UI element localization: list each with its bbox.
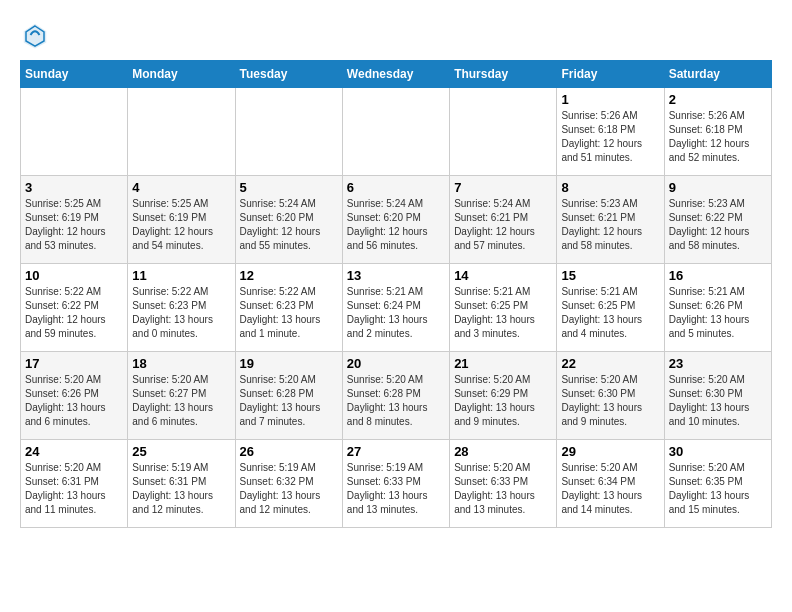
day-number: 5: [240, 180, 338, 195]
day-number: 29: [561, 444, 659, 459]
weekday-header-monday: Monday: [128, 61, 235, 88]
day-info: Sunrise: 5:21 AM Sunset: 6:25 PM Dayligh…: [561, 285, 659, 341]
day-number: 4: [132, 180, 230, 195]
day-number: 30: [669, 444, 767, 459]
day-info: Sunrise: 5:21 AM Sunset: 6:25 PM Dayligh…: [454, 285, 552, 341]
weekday-header-wednesday: Wednesday: [342, 61, 449, 88]
calendar-cell: [450, 88, 557, 176]
logo: [20, 20, 52, 50]
day-info: Sunrise: 5:26 AM Sunset: 6:18 PM Dayligh…: [669, 109, 767, 165]
day-number: 7: [454, 180, 552, 195]
calendar-cell: 25Sunrise: 5:19 AM Sunset: 6:31 PM Dayli…: [128, 440, 235, 528]
day-info: Sunrise: 5:20 AM Sunset: 6:34 PM Dayligh…: [561, 461, 659, 517]
day-info: Sunrise: 5:24 AM Sunset: 6:20 PM Dayligh…: [240, 197, 338, 253]
calendar-cell: 5Sunrise: 5:24 AM Sunset: 6:20 PM Daylig…: [235, 176, 342, 264]
calendar-cell: 1Sunrise: 5:26 AM Sunset: 6:18 PM Daylig…: [557, 88, 664, 176]
day-info: Sunrise: 5:20 AM Sunset: 6:35 PM Dayligh…: [669, 461, 767, 517]
calendar-cell: [342, 88, 449, 176]
calendar-cell: 3Sunrise: 5:25 AM Sunset: 6:19 PM Daylig…: [21, 176, 128, 264]
calendar-week-4: 17Sunrise: 5:20 AM Sunset: 6:26 PM Dayli…: [21, 352, 772, 440]
calendar-week-2: 3Sunrise: 5:25 AM Sunset: 6:19 PM Daylig…: [21, 176, 772, 264]
day-info: Sunrise: 5:20 AM Sunset: 6:28 PM Dayligh…: [347, 373, 445, 429]
calendar-cell: 16Sunrise: 5:21 AM Sunset: 6:26 PM Dayli…: [664, 264, 771, 352]
day-number: 13: [347, 268, 445, 283]
calendar-cell: 14Sunrise: 5:21 AM Sunset: 6:25 PM Dayli…: [450, 264, 557, 352]
day-number: 3: [25, 180, 123, 195]
calendar-cell: 29Sunrise: 5:20 AM Sunset: 6:34 PM Dayli…: [557, 440, 664, 528]
day-info: Sunrise: 5:20 AM Sunset: 6:29 PM Dayligh…: [454, 373, 552, 429]
calendar-cell: 11Sunrise: 5:22 AM Sunset: 6:23 PM Dayli…: [128, 264, 235, 352]
day-info: Sunrise: 5:25 AM Sunset: 6:19 PM Dayligh…: [132, 197, 230, 253]
day-number: 10: [25, 268, 123, 283]
day-info: Sunrise: 5:23 AM Sunset: 6:21 PM Dayligh…: [561, 197, 659, 253]
calendar-cell: 13Sunrise: 5:21 AM Sunset: 6:24 PM Dayli…: [342, 264, 449, 352]
svg-marker-0: [24, 24, 47, 49]
day-number: 25: [132, 444, 230, 459]
calendar-cell: 20Sunrise: 5:20 AM Sunset: 6:28 PM Dayli…: [342, 352, 449, 440]
day-info: Sunrise: 5:24 AM Sunset: 6:21 PM Dayligh…: [454, 197, 552, 253]
day-info: Sunrise: 5:24 AM Sunset: 6:20 PM Dayligh…: [347, 197, 445, 253]
day-number: 11: [132, 268, 230, 283]
day-number: 20: [347, 356, 445, 371]
day-info: Sunrise: 5:19 AM Sunset: 6:33 PM Dayligh…: [347, 461, 445, 517]
day-number: 22: [561, 356, 659, 371]
weekday-header-friday: Friday: [557, 61, 664, 88]
calendar-cell: 26Sunrise: 5:19 AM Sunset: 6:32 PM Dayli…: [235, 440, 342, 528]
page-header: [20, 20, 772, 50]
day-number: 15: [561, 268, 659, 283]
calendar-cell: 28Sunrise: 5:20 AM Sunset: 6:33 PM Dayli…: [450, 440, 557, 528]
day-info: Sunrise: 5:25 AM Sunset: 6:19 PM Dayligh…: [25, 197, 123, 253]
calendar-cell: [235, 88, 342, 176]
calendar-cell: [21, 88, 128, 176]
day-info: Sunrise: 5:23 AM Sunset: 6:22 PM Dayligh…: [669, 197, 767, 253]
day-number: 19: [240, 356, 338, 371]
day-info: Sunrise: 5:20 AM Sunset: 6:33 PM Dayligh…: [454, 461, 552, 517]
day-number: 27: [347, 444, 445, 459]
day-info: Sunrise: 5:22 AM Sunset: 6:22 PM Dayligh…: [25, 285, 123, 341]
calendar-cell: 23Sunrise: 5:20 AM Sunset: 6:30 PM Dayli…: [664, 352, 771, 440]
calendar-cell: 12Sunrise: 5:22 AM Sunset: 6:23 PM Dayli…: [235, 264, 342, 352]
day-number: 12: [240, 268, 338, 283]
day-info: Sunrise: 5:20 AM Sunset: 6:27 PM Dayligh…: [132, 373, 230, 429]
calendar-cell: 22Sunrise: 5:20 AM Sunset: 6:30 PM Dayli…: [557, 352, 664, 440]
day-info: Sunrise: 5:20 AM Sunset: 6:26 PM Dayligh…: [25, 373, 123, 429]
calendar-week-5: 24Sunrise: 5:20 AM Sunset: 6:31 PM Dayli…: [21, 440, 772, 528]
calendar-cell: 15Sunrise: 5:21 AM Sunset: 6:25 PM Dayli…: [557, 264, 664, 352]
calendar-cell: 30Sunrise: 5:20 AM Sunset: 6:35 PM Dayli…: [664, 440, 771, 528]
weekday-header-sunday: Sunday: [21, 61, 128, 88]
day-info: Sunrise: 5:26 AM Sunset: 6:18 PM Dayligh…: [561, 109, 659, 165]
day-number: 9: [669, 180, 767, 195]
day-info: Sunrise: 5:20 AM Sunset: 6:30 PM Dayligh…: [561, 373, 659, 429]
day-number: 24: [25, 444, 123, 459]
calendar-cell: 17Sunrise: 5:20 AM Sunset: 6:26 PM Dayli…: [21, 352, 128, 440]
day-number: 23: [669, 356, 767, 371]
day-info: Sunrise: 5:20 AM Sunset: 6:28 PM Dayligh…: [240, 373, 338, 429]
day-number: 8: [561, 180, 659, 195]
day-number: 28: [454, 444, 552, 459]
calendar-cell: 8Sunrise: 5:23 AM Sunset: 6:21 PM Daylig…: [557, 176, 664, 264]
calendar-cell: 21Sunrise: 5:20 AM Sunset: 6:29 PM Dayli…: [450, 352, 557, 440]
logo-icon: [20, 20, 50, 50]
day-number: 14: [454, 268, 552, 283]
calendar-cell: 6Sunrise: 5:24 AM Sunset: 6:20 PM Daylig…: [342, 176, 449, 264]
day-info: Sunrise: 5:19 AM Sunset: 6:32 PM Dayligh…: [240, 461, 338, 517]
day-info: Sunrise: 5:21 AM Sunset: 6:24 PM Dayligh…: [347, 285, 445, 341]
calendar-week-1: 1Sunrise: 5:26 AM Sunset: 6:18 PM Daylig…: [21, 88, 772, 176]
weekday-header-row: SundayMondayTuesdayWednesdayThursdayFrid…: [21, 61, 772, 88]
calendar-cell: 4Sunrise: 5:25 AM Sunset: 6:19 PM Daylig…: [128, 176, 235, 264]
day-info: Sunrise: 5:20 AM Sunset: 6:30 PM Dayligh…: [669, 373, 767, 429]
calendar-cell: 7Sunrise: 5:24 AM Sunset: 6:21 PM Daylig…: [450, 176, 557, 264]
calendar-cell: 10Sunrise: 5:22 AM Sunset: 6:22 PM Dayli…: [21, 264, 128, 352]
day-info: Sunrise: 5:21 AM Sunset: 6:26 PM Dayligh…: [669, 285, 767, 341]
day-number: 21: [454, 356, 552, 371]
day-number: 18: [132, 356, 230, 371]
day-info: Sunrise: 5:19 AM Sunset: 6:31 PM Dayligh…: [132, 461, 230, 517]
day-number: 17: [25, 356, 123, 371]
day-info: Sunrise: 5:22 AM Sunset: 6:23 PM Dayligh…: [132, 285, 230, 341]
calendar-cell: 24Sunrise: 5:20 AM Sunset: 6:31 PM Dayli…: [21, 440, 128, 528]
weekday-header-saturday: Saturday: [664, 61, 771, 88]
calendar-cell: 9Sunrise: 5:23 AM Sunset: 6:22 PM Daylig…: [664, 176, 771, 264]
day-number: 1: [561, 92, 659, 107]
calendar-cell: 2Sunrise: 5:26 AM Sunset: 6:18 PM Daylig…: [664, 88, 771, 176]
day-info: Sunrise: 5:22 AM Sunset: 6:23 PM Dayligh…: [240, 285, 338, 341]
